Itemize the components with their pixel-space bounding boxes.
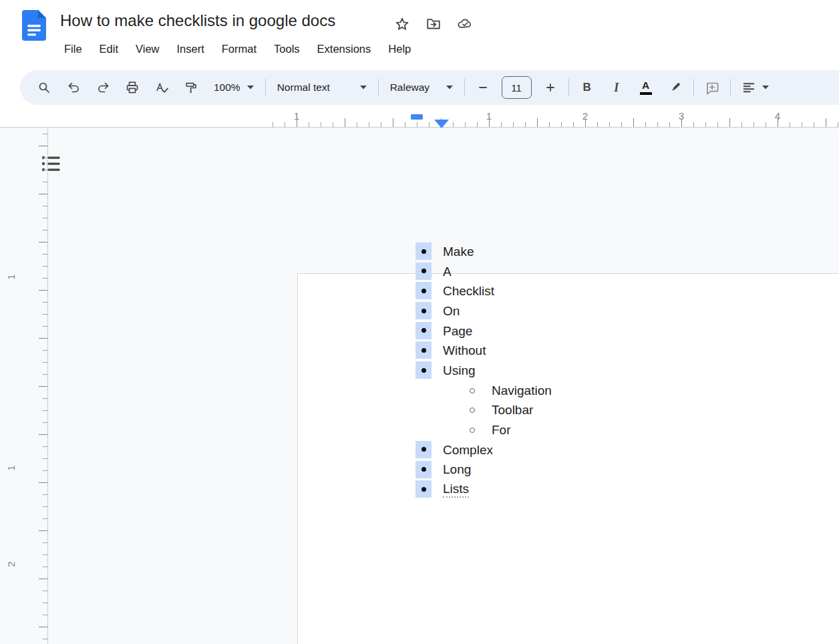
menu-extensions[interactable]: Extensions bbox=[309, 40, 380, 58]
vertical-ruler[interactable]: 1 1 2 3 4 bbox=[0, 128, 48, 644]
menu-file[interactable]: File bbox=[55, 40, 91, 58]
bullet-highlight bbox=[415, 282, 432, 299]
list-item[interactable]: A bbox=[415, 262, 723, 282]
font-select[interactable]: Raleway bbox=[382, 74, 461, 101]
spellcheck-icon bbox=[155, 82, 168, 94]
print-icon bbox=[126, 81, 139, 94]
zoom-select[interactable]: 100% bbox=[206, 74, 262, 101]
highlight-color-button[interactable] bbox=[661, 74, 690, 101]
list-item[interactable]: Navigation bbox=[415, 381, 723, 401]
list-item[interactable]: Page bbox=[415, 321, 723, 341]
ruler-number: 1 bbox=[5, 463, 17, 474]
list-item[interactable]: For bbox=[415, 420, 723, 440]
list-item-text: Using bbox=[443, 363, 476, 378]
highlighter-icon bbox=[669, 81, 682, 94]
bullet-highlight bbox=[415, 243, 432, 260]
bullet-icon bbox=[422, 249, 426, 254]
list-item-text: Page bbox=[443, 324, 472, 339]
list-item[interactable]: Checklist bbox=[415, 281, 723, 301]
list-item[interactable]: On bbox=[415, 301, 723, 321]
undo-button[interactable] bbox=[59, 74, 88, 101]
star-button[interactable] bbox=[394, 16, 410, 32]
paragraph-style-value: Normal text bbox=[277, 82, 330, 94]
ruler-number: 3 bbox=[679, 110, 684, 122]
search-menus-button[interactable] bbox=[29, 74, 59, 101]
zoom-value: 100% bbox=[214, 82, 240, 94]
menu-tools[interactable]: Tools bbox=[265, 40, 309, 58]
menu-view[interactable]: View bbox=[127, 40, 168, 58]
toolbar-divider bbox=[693, 79, 694, 96]
menu-format[interactable]: Format bbox=[213, 40, 265, 58]
menu-help[interactable]: Help bbox=[379, 40, 420, 58]
ruler-number: 4 bbox=[775, 110, 780, 122]
list-item-text: Make bbox=[443, 245, 474, 259]
bold-button[interactable]: B bbox=[572, 74, 602, 101]
horizontal-ruler[interactable]: 1 1 2 3 4 bbox=[0, 109, 839, 128]
ruler-major-ticks bbox=[273, 118, 839, 127]
bullet-highlight bbox=[415, 341, 432, 359]
add-comment-button[interactable] bbox=[697, 74, 727, 101]
align-left-icon bbox=[742, 81, 756, 94]
document-title[interactable]: How to make checklists in google docs bbox=[60, 11, 335, 30]
menu-insert[interactable]: Insert bbox=[168, 40, 213, 58]
app-header: How to make checklists in google docs Fi… bbox=[0, 0, 839, 64]
bullet-icon bbox=[422, 368, 426, 373]
increase-font-size-button[interactable] bbox=[536, 74, 565, 101]
bullet-highlight bbox=[415, 302, 432, 319]
redo-button[interactable] bbox=[88, 74, 118, 101]
list-item[interactable]: Using bbox=[415, 361, 723, 381]
google-docs-logo[interactable] bbox=[22, 10, 46, 41]
left-indent-marker[interactable] bbox=[434, 120, 449, 128]
circle-bullet-icon bbox=[470, 388, 475, 393]
chevron-down-icon bbox=[446, 86, 453, 90]
redo-icon bbox=[96, 81, 110, 94]
paragraph-style-select[interactable]: Normal text bbox=[269, 74, 375, 101]
bullet-icon bbox=[422, 289, 426, 293]
bullet-icon bbox=[422, 309, 426, 313]
bullet-icon bbox=[422, 447, 426, 452]
spelling-check-button[interactable] bbox=[147, 74, 176, 101]
list-item[interactable]: Complex bbox=[415, 440, 723, 460]
first-line-indent-marker[interactable] bbox=[411, 114, 423, 120]
toolbar-divider bbox=[464, 79, 465, 96]
list-item-text: Lists bbox=[443, 482, 469, 498]
ruler-major-ticks bbox=[39, 128, 47, 644]
list-item[interactable]: Toolbar bbox=[415, 401, 723, 421]
list-item[interactable]: Lists bbox=[415, 480, 723, 500]
bullet-highlight bbox=[415, 322, 432, 339]
text-color-button[interactable]: A bbox=[631, 74, 661, 101]
move-button[interactable] bbox=[426, 16, 442, 32]
bulleted-list: Make A Checklist On Page Without Using N… bbox=[415, 242, 723, 500]
move-folder-icon bbox=[426, 16, 442, 32]
undo-icon bbox=[67, 81, 81, 94]
bullet-highlight bbox=[415, 480, 432, 498]
list-item[interactable]: Long bbox=[415, 460, 723, 480]
list-item[interactable]: Without bbox=[415, 341, 723, 361]
list-item[interactable]: Make bbox=[415, 242, 723, 262]
decrease-font-size-button[interactable] bbox=[468, 74, 498, 101]
list-item-text: For bbox=[492, 423, 511, 438]
star-icon bbox=[394, 16, 410, 32]
paint-format-button[interactable] bbox=[176, 74, 206, 101]
list-item-text: Navigation bbox=[492, 383, 552, 398]
font-value: Raleway bbox=[390, 82, 430, 94]
document-status-button[interactable] bbox=[457, 16, 473, 32]
bullet-icon bbox=[422, 487, 426, 492]
bullet-icon bbox=[422, 348, 426, 353]
italic-icon: I bbox=[614, 81, 619, 95]
toolbar-divider bbox=[568, 79, 569, 96]
italic-button[interactable]: I bbox=[602, 74, 631, 101]
comment-add-icon bbox=[705, 81, 719, 95]
ruler-number: 1 bbox=[486, 110, 492, 122]
menu-edit[interactable]: Edit bbox=[91, 40, 127, 58]
font-size-input[interactable]: 11 bbox=[502, 76, 532, 99]
bullet-highlight bbox=[415, 461, 432, 478]
circle-bullet-icon bbox=[470, 428, 475, 433]
align-select[interactable] bbox=[734, 74, 777, 101]
toolbar-divider bbox=[265, 79, 266, 96]
print-button[interactable] bbox=[118, 74, 147, 101]
ruler-number: 2 bbox=[582, 110, 588, 122]
toolbar: 100% Normal text Raleway 11 B I bbox=[20, 70, 839, 105]
chevron-down-icon bbox=[762, 86, 769, 90]
menu-bar: File Edit View Insert Format Tools Exten… bbox=[55, 37, 420, 60]
